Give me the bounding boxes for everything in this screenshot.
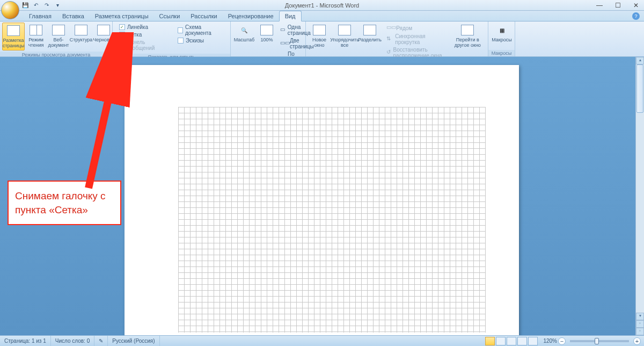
split-label: Разделить	[358, 38, 382, 43]
tab-page-layout[interactable]: Разметка страницы	[90, 11, 154, 21]
outline-label: Структура	[70, 38, 93, 43]
print-layout-button[interactable]: Разметка страницы	[2, 23, 25, 51]
group-window: Новое окно Упорядочить все Разделить ▭▭Р…	[306, 21, 488, 56]
split-button[interactable]: Разделить	[358, 23, 381, 44]
tab-home[interactable]: Главная	[24, 11, 57, 21]
annotation-callout: Снимаем галочку с пункта «Сетка»	[8, 181, 121, 225]
ribbon-tabs: Главная Вставка Разметка страницы Ссылки…	[0, 11, 644, 21]
reading-layout-button[interactable]: Режим чтения	[25, 23, 47, 49]
zoom-100-button[interactable]: 100%	[255, 23, 278, 44]
new-window-button[interactable]: Новое окно	[308, 23, 331, 49]
thumbnails-label: Эскизы	[186, 38, 204, 44]
tab-mailings[interactable]: Рассылки	[185, 11, 222, 21]
group-zoom: 🔍 Масштаб 100% ▭Одна страница ▭▭Две стра…	[231, 21, 306, 56]
group-show-hide: ✓Линейка ✓Сетка Панель сообщений Схема д…	[113, 21, 231, 56]
two-pages-icon: ▭▭	[280, 40, 288, 47]
prev-page-button[interactable]: ◦	[636, 320, 644, 328]
thumbnails-checkbox[interactable]: Эскизы	[177, 37, 225, 44]
ruler-checkbox[interactable]: ✓Линейка	[118, 24, 170, 31]
tab-insert[interactable]: Вставка	[57, 11, 90, 21]
web-layout-button[interactable]: Веб-документ	[47, 23, 70, 49]
switch-windows-button[interactable]: Перейти в другое окно	[450, 23, 486, 49]
ribbon: Разметка страницы Режим чтения Веб-докум…	[0, 21, 644, 57]
zoom-value[interactable]: 120%	[543, 338, 557, 344]
document-page[interactable]	[125, 65, 519, 335]
group-macros: ▦ Макросы Макросы	[488, 21, 515, 56]
document-map-label: Схема документа	[185, 24, 224, 36]
draft-label: Черновик	[93, 38, 114, 43]
annotation-text: Снимаем галочку с пункта «Сетка»	[15, 190, 106, 215]
quick-access-toolbar: 💾 ↶ ↷ ▾	[21, 2, 61, 9]
status-spellcheck[interactable]: ✎	[94, 336, 108, 346]
tab-review[interactable]: Рецензирование	[223, 11, 279, 21]
zoom-button[interactable]: 🔍 Масштаб	[233, 23, 255, 44]
zoom-label: Масштаб	[234, 38, 255, 43]
zoom-100-label: 100%	[260, 38, 273, 43]
ruler-label: Линейка	[127, 24, 148, 30]
next-page-button[interactable]: ◦	[636, 328, 644, 335]
macros-icon: ▦	[494, 24, 509, 37]
tab-view[interactable]: Вид	[279, 11, 302, 21]
gridlines-label: Сетка	[127, 32, 142, 38]
document-grid	[178, 107, 486, 333]
reset-window-icon: ↺	[386, 49, 391, 56]
scroll-thumb[interactable]	[636, 64, 643, 113]
side-by-side-button[interactable]: ▭▭Рядом	[384, 24, 446, 32]
side-by-side-icon: ▭▭	[386, 24, 394, 32]
view-web-button[interactable]	[507, 337, 516, 345]
sync-scroll-icon: ⇅	[386, 35, 393, 43]
document-map-checkbox[interactable]: Схема документа	[177, 24, 225, 37]
status-page-text: Страница: 1 из 1	[4, 338, 46, 344]
web-layout-label: Веб-документ	[48, 38, 69, 48]
title-bar: 💾 ↶ ↷ ▾ Документ1 - Microsoft Word — ☐ ✕	[0, 0, 644, 11]
print-layout-label: Разметка страницы	[3, 38, 24, 49]
reading-layout-label: Режим чтения	[27, 38, 45, 48]
office-button[interactable]	[1, 1, 19, 19]
sync-scroll-button[interactable]: ⇅Синхронная прокрутка	[384, 33, 446, 46]
qat-dropdown-icon[interactable]: ▾	[54, 2, 61, 9]
status-language[interactable]: Русский (Россия)	[108, 336, 159, 346]
vertical-scrollbar: ▴ ▾ ◦ ◦	[635, 57, 644, 335]
view-outline-button[interactable]	[517, 337, 527, 345]
zoom-slider[interactable]	[570, 340, 629, 342]
switch-windows-label: Перейти в другое окно	[452, 38, 484, 48]
arrange-all-label: Упорядочить все	[330, 38, 359, 48]
status-bar: Страница: 1 из 1 Число слов: 0 ✎ Русский…	[0, 335, 644, 346]
arrange-all-button[interactable]: Упорядочить все	[331, 23, 358, 49]
group-macros-label: Макросы	[488, 50, 515, 56]
close-button[interactable]: ✕	[631, 2, 641, 9]
macros-btn-label: Макросы	[492, 38, 512, 43]
message-bar-label: Панель сообщений	[127, 39, 169, 51]
spellcheck-icon: ✎	[99, 338, 103, 344]
status-words[interactable]: Число слов: 0	[51, 336, 94, 346]
new-window-label: Новое окно	[310, 38, 328, 48]
window-title: Документ1 - Microsoft Word	[285, 2, 359, 9]
group-document-views: Разметка страницы Режим чтения Веб-докум…	[0, 21, 113, 56]
save-icon[interactable]: 💾	[21, 2, 29, 9]
status-page[interactable]: Страница: 1 из 1	[0, 336, 51, 346]
redo-icon[interactable]: ↷	[43, 2, 50, 9]
view-reading-button[interactable]	[496, 337, 506, 345]
scroll-up-button[interactable]: ▴	[636, 57, 644, 64]
minimize-button[interactable]: —	[595, 2, 604, 9]
undo-icon[interactable]: ↶	[32, 2, 40, 9]
outline-button[interactable]: Структура	[70, 23, 92, 44]
help-icon[interactable]: ?	[632, 12, 640, 20]
message-bar-checkbox[interactable]: Панель сообщений	[118, 39, 170, 52]
scroll-down-button[interactable]: ▾	[636, 313, 644, 320]
scroll-track[interactable]	[636, 64, 644, 313]
gridlines-checkbox[interactable]: ✓Сетка	[118, 31, 170, 38]
maximize-button[interactable]: ☐	[613, 2, 623, 9]
zoom-out-button[interactable]: −	[558, 337, 566, 345]
zoom-slider-knob[interactable]	[595, 338, 599, 344]
magnifier-icon: 🔍	[237, 24, 252, 37]
macros-button[interactable]: ▦ Макросы	[491, 23, 513, 44]
view-draft-button[interactable]	[528, 337, 538, 345]
tab-references[interactable]: Ссылки	[154, 11, 186, 21]
sync-label: Синхронная прокрутка	[395, 33, 444, 45]
view-print-layout-button[interactable]	[485, 337, 495, 345]
one-page-icon: ▭	[280, 26, 286, 34]
draft-button[interactable]: Черновик	[92, 23, 115, 44]
zoom-in-button[interactable]: +	[633, 337, 641, 345]
status-lang-text: Русский (Россия)	[112, 338, 155, 344]
